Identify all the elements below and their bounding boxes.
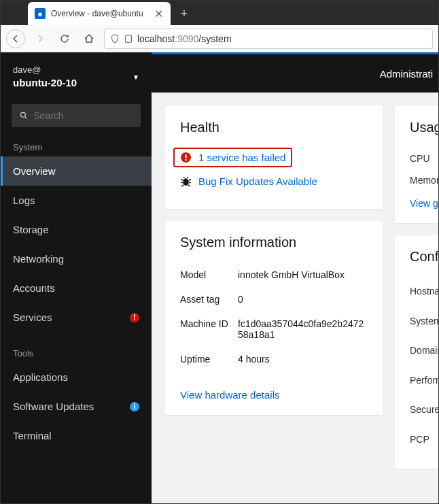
sidebar-item-overview[interactable]: Overview [1,156,152,186]
home-button[interactable] [80,29,99,48]
url-bar[interactable]: localhost:9090/system [104,29,433,49]
close-icon[interactable]: ✕ [153,8,164,19]
shield-icon [110,34,120,44]
sysinfo-title: System information [180,235,368,250]
search-icon [20,111,28,120]
tab-favicon: ⎈ [35,8,46,19]
sidebar-item-applications[interactable]: Applications [1,363,152,392]
sysinfo-card: System information Model innotek GmbH Vi… [165,221,383,415]
new-tab-button[interactable]: + [175,4,194,23]
nav-section-tools: Tools [1,341,152,363]
sidebar: dave@ ubuntu-20-10 ▼ System Overview Log… [1,52,152,504]
tab-bar: ⎈ Overview - dave@ubuntu ✕ + [1,1,438,25]
info-row-machine-id: Machine ID fc1d0aa357044c0fa9e2b247258a1… [180,312,368,347]
health-card: Health 1 service has failed [165,106,383,209]
usage-title: Usage [410,120,438,135]
error-icon [180,152,192,163]
browser-tab[interactable]: ⎈ Overview - dave@ubuntu ✕ [28,2,171,25]
config-domain[interactable]: Domain [410,336,438,366]
sidebar-item-storage[interactable]: Storage [1,215,152,244]
config-pcp[interactable]: PCP [410,425,438,455]
host-user: dave@ [13,65,77,76]
bug-icon [180,175,192,187]
svg-rect-3 [185,154,186,158]
svg-rect-4 [185,159,186,161]
view-graphs-link[interactable]: View gr [410,198,438,209]
url-text: localhost:9090/system [137,33,232,44]
forward-button[interactable] [31,29,50,48]
tab-title: Overview - dave@ubuntu [51,9,147,18]
nav-bar: localhost:9090/system [1,25,438,52]
host-selector[interactable]: dave@ ubuntu-20-10 ▼ [1,55,152,99]
usage-cpu: CPU [410,148,438,169]
search-input[interactable] [33,110,133,121]
info-icon [124,34,133,44]
config-title: Confi [410,249,438,265]
config-system[interactable]: System [410,307,438,337]
config-perf-profile[interactable]: Perform profile [410,366,438,396]
top-bar: Administrati [152,54,438,93]
info-row-model: Model innotek GmbH VirtualBox [180,263,368,287]
sidebar-item-terminal[interactable]: Terminal [1,421,152,450]
chevron-down-icon: ▼ [133,73,139,81]
health-title: Health [180,120,368,135]
error-badge-icon: ! [130,313,139,322]
svg-rect-0 [126,35,132,42]
config-card: Confi Hostnam System Domain Perform prof… [395,235,438,469]
usage-card: Usage CPU Memory View gr [395,106,438,223]
sidebar-item-software-updates[interactable]: Software Updates i [1,392,152,421]
info-badge-icon: i [130,402,139,411]
admin-access-link[interactable]: Administrati [380,68,433,80]
health-bugfix[interactable]: Bug Fix Updates Available [180,175,368,187]
config-secure[interactable]: Secure S [410,395,438,425]
info-row-asset-tag: Asset tag 0 [180,287,368,312]
config-hostname[interactable]: Hostnam [410,277,438,307]
browser-chrome: ⎈ Overview - dave@ubuntu ✕ + localhost:9… [1,1,438,52]
search-box[interactable] [12,104,141,127]
back-button[interactable] [6,29,25,48]
sidebar-item-services[interactable]: Services ! [1,303,152,332]
usage-memory: Memory [410,169,438,191]
info-row-uptime: Uptime 4 hours [180,347,368,371]
svg-point-1 [21,113,26,118]
content: Administrati Health 1 service has failed [152,52,438,504]
sidebar-item-networking[interactable]: Networking [1,244,152,273]
svg-point-5 [183,178,189,186]
reload-button[interactable] [55,29,74,48]
sidebar-item-accounts[interactable]: Accounts [1,273,152,303]
hardware-details-link[interactable]: View hardware details [180,389,279,401]
sidebar-item-logs[interactable]: Logs [1,186,152,215]
nav-section-system: System [1,135,152,156]
host-name: ubuntu-20-10 [13,76,77,90]
health-failed-service[interactable]: 1 service has failed [173,148,292,167]
